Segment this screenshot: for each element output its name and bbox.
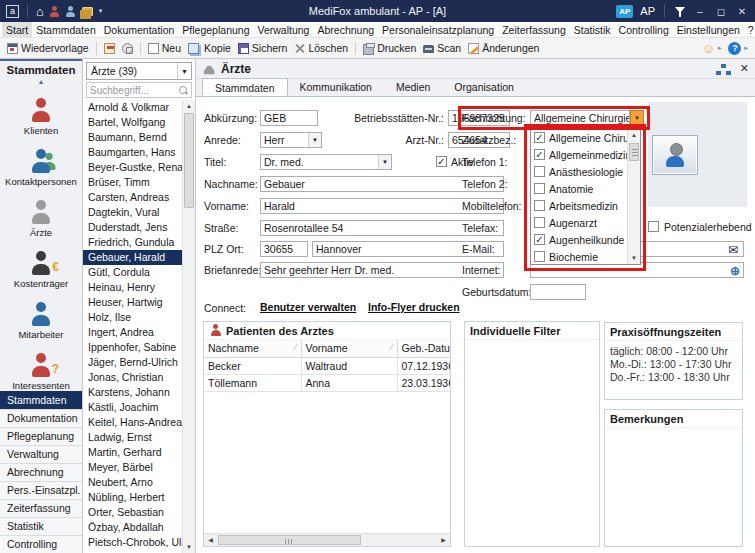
home-icon[interactable]: ⌂ [36,5,44,18]
doctor-list-item[interactable]: Orter, Sebastian [83,505,182,520]
list-scrollbar[interactable]: ▲ ▼ [182,100,195,553]
tab[interactable]: Stammdaten [202,78,288,96]
sidebar-nav-item[interactable]: Verwaltung [0,445,82,463]
scrollbar-thumb[interactable] [218,535,361,545]
fachrichtung-dropdown-button[interactable]: ▼ [630,110,644,126]
doctor-list-item[interactable]: Arnold & Volkmar [83,100,182,115]
fachrichtung-option[interactable]: Allgemeinmedizin [531,146,628,163]
menu-item[interactable]: ? [744,22,755,37]
sidebar-nav-item[interactable]: Controlling [0,535,82,553]
feedback-button[interactable]: ☺▸ [700,41,724,56]
tab[interactable]: Medien [384,78,442,96]
column-header-vorname[interactable]: Vorname∕ [301,340,397,357]
doctor-list-item[interactable]: Özbay, Abdallah [83,520,182,535]
help-button[interactable]: ?▸ [726,41,750,56]
maximize-button[interactable]: ◻ [714,6,728,17]
checkbox[interactable] [534,149,545,160]
menu-item[interactable]: Pflegeplanung [178,22,253,37]
abkuerzung-field[interactable]: GEB [260,110,318,126]
doctor-list-item[interactable]: Karstens, Johann [83,385,182,400]
task-button[interactable] [102,42,117,55]
doctor-list-item[interactable]: Friedrich, Gundula [83,235,182,250]
sidebar-nav-item[interactable]: Stammdaten [0,391,82,409]
menu-item[interactable]: Einstellungen [673,22,744,37]
doctor-list-item[interactable]: Baumann, Bernd [83,130,182,145]
menu-item[interactable]: Verwaltung [254,22,314,37]
sidebar-item-kontaktpersonen[interactable]: Kontaktpersonen [0,148,82,188]
tab[interactable]: Organisation [442,78,526,96]
checkbox[interactable] [534,200,545,211]
table-row[interactable]: Becker Waltraud 07.12.1936 [204,357,450,374]
scan-button[interactable]: Scan [421,41,463,55]
doctor-list-item[interactable]: Baumgarten, Hans [83,145,182,160]
sidebar-nav-item[interactable]: Abrechnung [0,463,82,481]
doctor-list-item[interactable]: Ladwig, Ernst [83,430,182,445]
menu-item[interactable]: Dokumentation [100,22,179,37]
sidebar-item-klienten[interactable]: Klienten [0,97,82,137]
benutzer-verwalten-link[interactable]: Benutzer verwalten [260,301,356,313]
fachrichtung-dropdown[interactable]: Allgemeine Chirurgie, All [530,110,630,126]
patients-hscrollbar[interactable]: ◀ ▶ [204,533,450,546]
doctor-list-item[interactable]: Bartel, Wolfgang [83,115,182,130]
user-name[interactable]: AP [640,5,655,17]
scroll-right-icon[interactable]: ▶ [437,534,450,546]
fachrichtung-option[interactable]: Augenarzt [531,214,628,231]
loeschen-button[interactable]: Löschen [292,41,350,55]
fachrichtung-option[interactable]: Arbeitsmedizin [531,197,628,214]
checkbox[interactable] [534,166,545,177]
titel-dropdown[interactable]: Dr. med.▼ [260,154,392,170]
checkbox[interactable] [534,217,545,228]
quickbar-chevron-icon[interactable]: ▾ [99,7,103,15]
tab[interactable]: Kommunikation [288,78,384,96]
scroll-down-icon[interactable]: ▼ [628,252,640,264]
list-filter-dropdown[interactable]: Ärzte (39) ▼ [86,62,192,80]
minimize-button[interactable]: – [693,6,707,17]
doctor-list-item[interactable]: Beyer-Gustke, Renate [83,160,182,175]
menu-item[interactable]: Abrechnung [313,22,378,37]
fachrichtung-option[interactable]: Anästhesiologie [531,163,628,180]
sidebar-nav-item[interactable]: Pflegeplanung [0,427,82,445]
menu-item[interactable]: Start [2,22,32,37]
geburtsdatum-field[interactable] [530,284,586,300]
menu-item[interactable]: Zeiterfassung [498,22,570,37]
column-header-gebdatum[interactable]: Geb.-Datum [397,340,450,357]
lock-button[interactable] [120,42,135,55]
potenzialerhebend-checkbox[interactable] [648,221,659,232]
sidebar-nav-item[interactable]: Dokumentation [0,409,82,427]
neu-button[interactable]: Neu [146,41,183,55]
wiedervorlage-button[interactable]: Wiedervorlage [5,41,91,55]
documents-icon[interactable] [82,7,93,16]
client-stats-icon[interactable] [50,6,60,17]
close-button[interactable]: ✕ [735,6,749,17]
sidebar-nav-item[interactable]: Pers.-Einsatzpl. [0,481,82,499]
doctor-list-item[interactable]: Kästli, Joachim [83,400,182,415]
anrede-dropdown[interactable]: Herr▼ [260,132,322,148]
photo-button[interactable] [652,135,698,175]
info-flyer-link[interactable]: Info-Flyer drucken [368,301,460,313]
sidebar-nav-item[interactable]: Zeiterfassung [0,499,82,517]
doctor-list-item[interactable]: Meyer, Bärbel [83,460,182,475]
contacts-icon[interactable] [66,6,76,17]
checkbox[interactable] [534,132,545,143]
doctor-list-item[interactable]: Ippenhofer, Sabine [83,340,182,355]
org-chart-icon[interactable] [721,64,726,68]
sidebar-item-aerzte[interactable]: Ärzte [0,199,82,239]
fachrichtung-option[interactable]: Biochemie [531,248,628,265]
table-row[interactable]: Töllemann Anna 23.03.1936 [204,374,450,391]
scroll-up-icon[interactable]: ▲ [0,78,82,86]
search-input[interactable]: Suchbegriff... [86,82,192,98]
doctor-list-item[interactable]: Gütl, Cordula [83,265,182,280]
checkbox[interactable] [534,183,545,194]
doctor-list-item[interactable]: Carsten, Andreas [83,190,182,205]
mail-icon[interactable]: ✉ [728,243,738,257]
doctor-list-item[interactable]: Neubert, Arno [83,475,182,490]
scroll-up-icon[interactable]: ▲ [628,129,640,141]
sidebar-item-kostentraeger[interactable]: € Kostenträger [0,250,82,290]
doctor-list-item[interactable]: Gebauer, Harald [83,250,182,265]
doctor-list-item[interactable]: Jäger, Bernd-Ulrich [83,355,182,370]
kopie-button[interactable]: Kopie [186,41,233,55]
doctor-list-item[interactable]: Martin, Gerhard [83,445,182,460]
menu-item[interactable]: Statistik [570,22,615,37]
doctor-list-item[interactable]: Jonas, Christian [83,370,182,385]
doctor-list-item[interactable]: Pietsch-Chrobok, Ulrich [83,535,182,550]
